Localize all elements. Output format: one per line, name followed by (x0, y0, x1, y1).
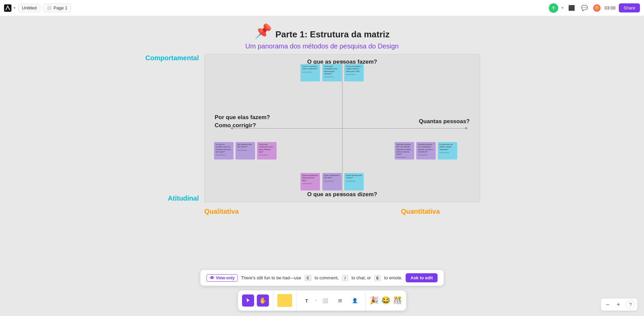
left-labels: Comportamental Atitudinal (137, 54, 204, 202)
sticky-note-8[interactable]: Quantas pessoas se comportaram quando o … (416, 142, 436, 160)
avatar-dropdown[interactable]: ▾ (562, 6, 564, 10)
emoji-party[interactable]: 🎉 (369, 296, 379, 305)
timer-display: 03:00 (605, 5, 616, 10)
sticky-note-6[interactable]: Como eles corroboram você pode melhorar … (257, 142, 277, 160)
page1-label: Page 1 (53, 5, 67, 10)
topbar: ▾ Untitled ⬜ Page 1 Y ▾ ⬛ 💬 😊 03:00 Shar… (0, 0, 644, 16)
text-tools-section: T • ⬜ ⊞ 👤 (296, 290, 365, 311)
diagram-container: 📌 Parte 1: Estrutura da matriz Um panora… (137, 23, 507, 215)
diagram-title-area: 📌 Parte 1: Estrutura da matriz (137, 23, 507, 40)
sticky-note-tool[interactable] (277, 294, 292, 307)
canvas: 📌 Parte 1: Estrutura da matriz Um panora… (0, 16, 644, 316)
q-bottom-label: O que as pessoas dizem? (307, 191, 377, 198)
collaborators-avatars: 😊 (593, 4, 601, 12)
sticky-note-12[interactable]: Quais histórias eles contam? (344, 173, 364, 190)
emoji-confetti[interactable]: 🎊 (393, 296, 402, 305)
bottom-labels: Qualitativa Quantitativa (137, 208, 507, 215)
sticky-section (273, 290, 296, 311)
sticky-note-11[interactable]: Quais sentimentos eles têm? (322, 173, 342, 190)
emoji-laugh[interactable]: 😂 (381, 296, 390, 305)
q-left-label: Por que elas fazem? Como corrigir? (215, 113, 270, 130)
layout-icon[interactable]: ⬛ (567, 3, 576, 13)
sticky-note-5[interactable]: Que atitudes eles têm a dizer? (236, 142, 255, 160)
avatar-tool-button[interactable]: 👤 (349, 294, 361, 307)
pin-icon: 📌 (254, 23, 272, 39)
diagram-title: Parte 1: Estrutura da matriz (275, 29, 390, 39)
zoom-out-button[interactable]: − (603, 300, 612, 309)
text-tool-button[interactable]: T (300, 294, 313, 307)
logo-dropdown-icon[interactable]: ▾ (13, 6, 15, 10)
eye-icon: 👁 (210, 275, 214, 281)
viewonly-badge: 👁 View-only (207, 274, 238, 282)
text-dot: • (315, 299, 317, 302)
chat-key: / (342, 275, 348, 281)
topbar-left: ▾ Untitled ⬜ Page 1 (4, 4, 549, 12)
sticky-note-10[interactable]: Quais experiências essas pessoas têm? (300, 173, 320, 190)
help-button[interactable]: ? (626, 300, 635, 309)
comment-key: C (305, 275, 311, 281)
sticky-note-4[interactable]: Por que os usuários usam os produtos da … (214, 142, 234, 160)
viewonly-bar: 👁 View-only There's still fun to be had—… (201, 270, 444, 286)
shape-tool-button[interactable]: ⬜ (319, 294, 331, 307)
app-logo-icon (4, 4, 11, 12)
vertical-axis (342, 62, 343, 195)
zoom-controls: − + ? (601, 299, 637, 311)
logo-area[interactable]: ▾ (4, 4, 15, 12)
share-button[interactable]: Share (619, 3, 640, 12)
sticky-note-3[interactable]: Como os usuários reagem quando vêem que … (344, 64, 364, 81)
label-atitudinal: Atitudinal (137, 195, 204, 202)
matrix-outer: Comportamental Atitudinal O que as pesso… (137, 54, 507, 202)
select-tool-button[interactable] (242, 294, 254, 307)
diagram-subtitle: Um panorama dos métodos de pesquisa do D… (137, 42, 507, 50)
label-comportamental: Comportamental (137, 54, 204, 62)
sticky-note-2[interactable]: Como eles completam uma determinada situ… (322, 64, 342, 81)
matrix-box: O que as pessoas fazem? O que as pessoas… (204, 54, 480, 202)
sticky-note-9[interactable]: Eu encontrei um padrão nessas respostas? (438, 142, 457, 160)
zoom-in-button[interactable]: + (614, 300, 623, 309)
hand-tool-button[interactable]: ✋ (257, 294, 269, 307)
page1-tab[interactable]: ⬜ Page 1 (43, 4, 71, 12)
ask-to-edit-button[interactable]: Ask to edit (406, 273, 437, 282)
sticky-note-1[interactable]: Como os usuários usam o aplicativo? (300, 64, 320, 81)
emote-key: E (374, 275, 381, 281)
bottom-toolbar: ✋ T • ⬜ ⊞ 👤 🎉 😂 🎊 (238, 290, 406, 311)
user-avatar[interactable]: Y (549, 3, 558, 13)
label-qualitativa: Qualitativa (204, 208, 239, 215)
collaborator-avatar-1: 😊 (593, 4, 601, 12)
emoji-section: 🎉 😂 🎊 (365, 290, 406, 311)
sticky-note-7[interactable]: Quantas pessoas têm uma opinião parecida… (395, 142, 414, 160)
table-tool-button[interactable]: ⊞ (334, 294, 346, 307)
topbar-right: Y ▾ ⬛ 💬 😊 03:00 Share (549, 3, 640, 13)
comment-icon[interactable]: 💬 (580, 3, 589, 13)
untitled-tab[interactable]: Untitled (18, 4, 40, 12)
untitled-label: Untitled (22, 5, 37, 10)
select-tools-section: ✋ (238, 290, 273, 311)
q-right-label: Quantas pessoas? (419, 118, 470, 125)
label-quantitativa: Quantitativa (401, 208, 440, 215)
